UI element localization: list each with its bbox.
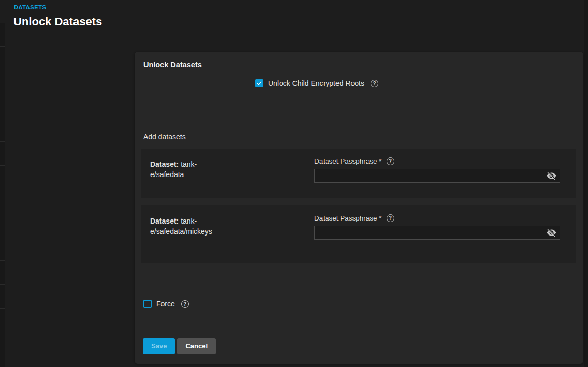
save-button[interactable]: Save [143, 338, 175, 354]
visibility-off-icon [547, 228, 556, 238]
sidebar-edge [0, 23, 5, 367]
toggle-passphrase-visibility-button[interactable] [546, 228, 556, 238]
dataset-passphrase-label: Dataset Passphrase * [314, 214, 382, 222]
force-row: Force ? [143, 300, 189, 308]
dataset-row: Dataset: tank-e/safedata/mickeys Dataset… [141, 205, 576, 263]
header-divider [13, 37, 588, 37]
dataset-passphrase-field: Dataset Passphrase * ? [314, 214, 560, 240]
dataset-name-prefix: Dataset: [150, 217, 179, 225]
help-icon[interactable]: ? [371, 80, 378, 87]
force-checkbox-label: Force [156, 300, 175, 308]
unlock-child-checkbox[interactable] [255, 79, 263, 87]
force-checkbox[interactable] [143, 300, 152, 308]
dataset-passphrase-label: Dataset Passphrase * [314, 157, 382, 165]
help-icon[interactable]: ? [181, 300, 189, 308]
dataset-name-prefix: Dataset: [150, 160, 179, 168]
scrollbar-track[interactable] [584, 0, 588, 367]
page-title: Unlock Datasets [13, 15, 102, 28]
dataset-name: Dataset: tank-e/safedata/mickeys [150, 216, 212, 237]
add-datasets-label: Add datasets [143, 133, 186, 141]
dataset-passphrase-input[interactable] [314, 226, 560, 240]
check-icon [256, 80, 262, 86]
help-icon[interactable]: ? [387, 157, 394, 165]
dataset-row: Dataset: tank-e/safedata Dataset Passphr… [141, 149, 576, 198]
visibility-off-icon [547, 171, 556, 181]
toggle-passphrase-visibility-button[interactable] [546, 171, 556, 181]
dataset-passphrase-field: Dataset Passphrase * ? [314, 157, 560, 183]
unlock-child-checkbox-label: Unlock Child Encrypted Roots [268, 79, 364, 87]
breadcrumb-datasets-link[interactable]: DATASETS [14, 4, 46, 10]
form-actions: Save Cancel [143, 338, 216, 354]
cancel-button[interactable]: Cancel [177, 338, 216, 354]
card-title: Unlock Datasets [143, 61, 202, 69]
unlock-datasets-screen: DATASETS Unlock Datasets Unlock Datasets… [0, 0, 588, 367]
dataset-passphrase-input[interactable] [314, 169, 560, 183]
help-icon[interactable]: ? [387, 214, 394, 222]
dataset-name: Dataset: tank-e/safedata [150, 159, 212, 180]
unlock-datasets-card: Unlock Datasets Unlock Child Encrypted R… [135, 52, 583, 364]
unlock-child-encrypted-roots-row: Unlock Child Encrypted Roots ? [255, 79, 378, 87]
